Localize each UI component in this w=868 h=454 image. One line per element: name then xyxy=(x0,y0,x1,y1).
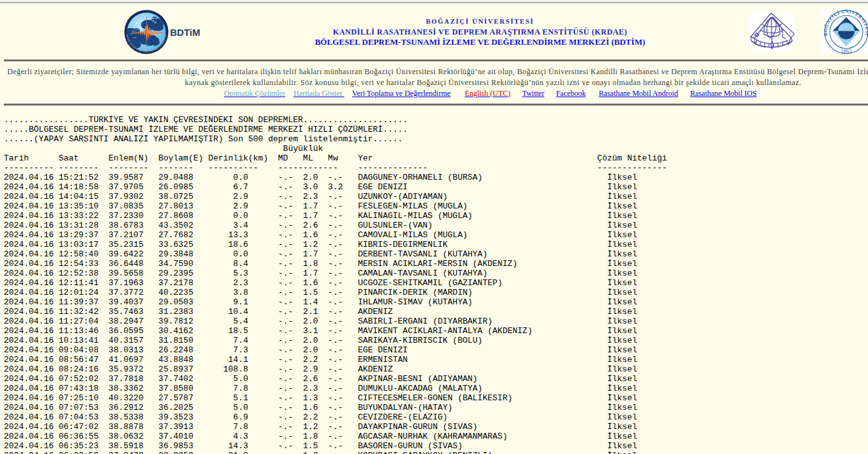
svg-text:1863: 1863 xyxy=(841,48,852,54)
